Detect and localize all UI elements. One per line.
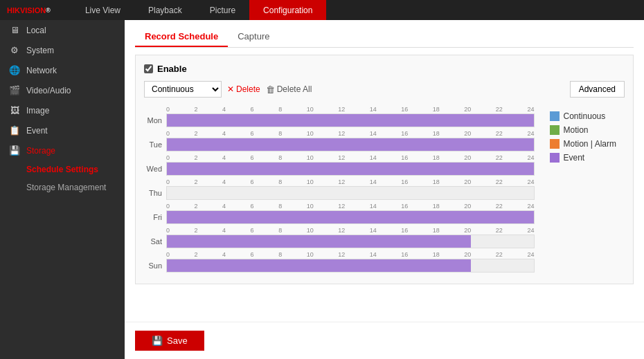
sidebar-item-system[interactable]: ⚙ System bbox=[0, 40, 125, 60]
timeline-fri[interactable] bbox=[166, 210, 535, 224]
timeline-thu[interactable] bbox=[166, 186, 535, 200]
sidebar: 🖥 Local ⚙ System 🌐 Network 🎬 Video/Audio… bbox=[0, 20, 125, 359]
ticks-row-thu: 024681012141618202224 bbox=[144, 178, 535, 185]
timeline-sun[interactable] bbox=[166, 259, 535, 273]
main-scroll: Record Schedule Capture Enable bbox=[125, 20, 644, 359]
timeline-tue[interactable] bbox=[166, 138, 535, 151]
local-icon: 🖥 bbox=[8, 25, 21, 35]
timeline-mon[interactable] bbox=[166, 113, 535, 127]
day-label-mon: Mon bbox=[144, 116, 166, 125]
event-icon: 📋 bbox=[8, 125, 21, 136]
footer: 💾 Save bbox=[125, 322, 644, 359]
system-icon: ⚙ bbox=[8, 45, 21, 55]
enable-checkbox[interactable] bbox=[144, 64, 153, 73]
schedule-section: 0 2 4 6 8 10 12 14 16 18 bbox=[144, 106, 535, 275]
logo: HIKVISION® bbox=[7, 6, 51, 15]
save-icon: 💾 bbox=[152, 335, 163, 346]
toolbar: Continuous Motion Alarm Motion | Alarm E… bbox=[144, 81, 625, 98]
delete-all-icon: 🗑 bbox=[266, 84, 275, 95]
legend-item-motion: Motion bbox=[550, 125, 616, 135]
legend-color-event bbox=[550, 153, 560, 163]
sidebar-item-event[interactable]: 📋 Event bbox=[0, 120, 125, 140]
sidebar-item-video-audio[interactable]: 🎬 Video/Audio bbox=[0, 80, 125, 100]
type-dropdown[interactable]: Continuous Motion Alarm Motion | Alarm E… bbox=[144, 81, 222, 98]
sidebar-item-local[interactable]: 🖥 Local bbox=[0, 20, 125, 40]
ticks-row-wed: 024681012141618202224 bbox=[144, 154, 535, 161]
advanced-button[interactable]: Advanced bbox=[570, 81, 625, 98]
day-label-fri: Fri bbox=[144, 213, 166, 221]
timeline-wed[interactable] bbox=[166, 162, 535, 176]
sidebar-item-storage[interactable]: 💾 Storage bbox=[0, 140, 125, 160]
save-button[interactable]: 💾 Save bbox=[135, 331, 204, 351]
day-label-wed: Wed bbox=[144, 165, 166, 173]
nav-picture[interactable]: Picture bbox=[196, 0, 249, 20]
schedule-row-sun: Sun bbox=[144, 259, 535, 273]
ticks-row-sun: 024681012141618202224 bbox=[144, 251, 535, 258]
legend-color-motion bbox=[550, 125, 560, 135]
sidebar-item-image[interactable]: 🖼 Image bbox=[0, 100, 125, 120]
network-icon: 🌐 bbox=[8, 65, 21, 75]
tab-capture[interactable]: Capture bbox=[228, 27, 279, 47]
top-nav: HIKVISION® Live View Playback Picture Co… bbox=[0, 0, 644, 20]
legend-item-motion-alarm: Motion | Alarm bbox=[550, 139, 616, 149]
day-label-tue: Tue bbox=[144, 140, 166, 149]
legend-color-motion-alarm bbox=[550, 139, 560, 149]
nav-configuration[interactable]: Configuration bbox=[249, 0, 326, 20]
ticks-row-tue: 024681012141618202224 bbox=[144, 130, 535, 137]
timeline-sat[interactable] bbox=[166, 234, 535, 248]
video-audio-icon: 🎬 bbox=[8, 85, 21, 95]
sidebar-item-network[interactable]: 🌐 Network bbox=[0, 60, 125, 80]
schedule-row-tue: Tue bbox=[144, 138, 535, 151]
tabs: Record Schedule Capture bbox=[135, 27, 634, 48]
logo-text: HIKVISION bbox=[7, 6, 46, 15]
ticks-row-sat: 024681012141618202224 bbox=[144, 227, 535, 234]
sidebar-sub-storage-management[interactable]: Storage Management bbox=[0, 178, 125, 196]
ticks-row: 0 2 4 6 8 10 12 14 16 18 bbox=[144, 106, 535, 113]
day-label-thu: Thu bbox=[144, 189, 166, 197]
storage-icon: 💾 bbox=[8, 145, 21, 156]
ticks-row-fri: 024681012141618202224 bbox=[144, 203, 535, 210]
schedule-row-mon: Mon bbox=[144, 113, 535, 127]
schedule-row-sat: Sat bbox=[144, 234, 535, 248]
sidebar-sub-schedule-settings[interactable]: Schedule Settings bbox=[0, 160, 125, 178]
day-label-sun: Sun bbox=[144, 261, 166, 270]
schedule-legend-container: 0 2 4 6 8 10 12 14 16 18 bbox=[144, 106, 625, 275]
nav-playback[interactable]: Playback bbox=[134, 0, 196, 20]
main-wrapper: Record Schedule Capture Enable bbox=[125, 20, 644, 359]
enable-label: Enable bbox=[157, 64, 187, 74]
legend-color-continuous bbox=[550, 111, 560, 121]
layout: 🖥 Local ⚙ System 🌐 Network 🎬 Video/Audio… bbox=[0, 20, 644, 359]
logo-reg: ® bbox=[46, 7, 51, 14]
day-label-sat: Sat bbox=[144, 237, 166, 246]
enable-row: Enable bbox=[144, 64, 625, 74]
main-content: Record Schedule Capture Enable bbox=[125, 20, 644, 322]
delete-button[interactable]: ✕ Delete bbox=[227, 84, 260, 94]
tick-labels-tue: 024681012141618202224 bbox=[166, 130, 535, 137]
legend-item-continuous: Continuous bbox=[550, 111, 616, 121]
content-box: Enable Continuous Motion Alarm Motion | … bbox=[135, 55, 634, 284]
nav-live-view[interactable]: Live View bbox=[71, 0, 134, 20]
legend: Continuous Motion Motion | Alarm bbox=[542, 106, 625, 275]
image-icon: 🖼 bbox=[8, 105, 21, 116]
delete-icon: ✕ bbox=[227, 84, 234, 94]
schedule-row-fri: Fri bbox=[144, 210, 535, 224]
tab-record-schedule[interactable]: Record Schedule bbox=[135, 27, 228, 47]
delete-all-button[interactable]: 🗑 Delete All bbox=[266, 84, 312, 95]
schedule-row-wed: Wed bbox=[144, 162, 535, 176]
legend-item-event: Event bbox=[550, 153, 616, 163]
schedule-row-thu: Thu bbox=[144, 186, 535, 200]
tick-labels: 0 2 4 6 8 10 12 14 16 18 bbox=[166, 106, 535, 113]
